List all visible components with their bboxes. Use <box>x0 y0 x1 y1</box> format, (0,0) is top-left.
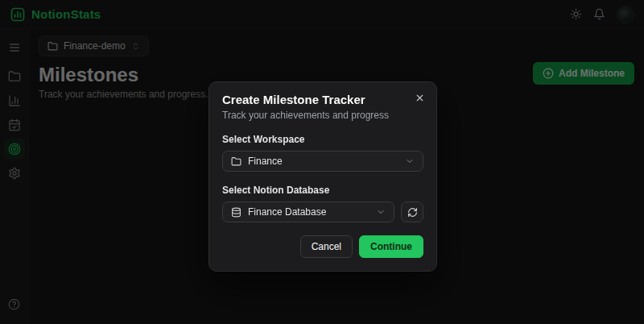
create-milestone-modal: Create Milestone Tracker Track your achi… <box>208 81 437 272</box>
modal-close-button[interactable] <box>413 91 427 105</box>
modal-subtitle: Track your achievements and progress <box>222 110 423 121</box>
modal-title: Create Milestone Tracker <box>222 93 365 106</box>
chevron-down-icon <box>405 156 415 166</box>
refresh-databases-button[interactable] <box>401 201 423 222</box>
refresh-icon <box>407 207 418 218</box>
database-field-label: Select Notion Database <box>222 185 423 196</box>
cancel-button[interactable]: Cancel <box>300 235 353 258</box>
folder-icon <box>231 156 242 167</box>
database-select-value: Finance Database <box>248 206 369 218</box>
workspace-field-label: Select Workspace <box>222 134 423 145</box>
database-select[interactable]: Finance Database <box>222 201 394 222</box>
database-icon <box>231 207 242 218</box>
workspace-select-value: Finance <box>248 156 398 167</box>
chevron-down-icon <box>376 207 386 217</box>
x-icon <box>415 93 425 103</box>
workspace-select[interactable]: Finance <box>222 151 423 172</box>
continue-button[interactable]: Continue <box>359 235 423 258</box>
